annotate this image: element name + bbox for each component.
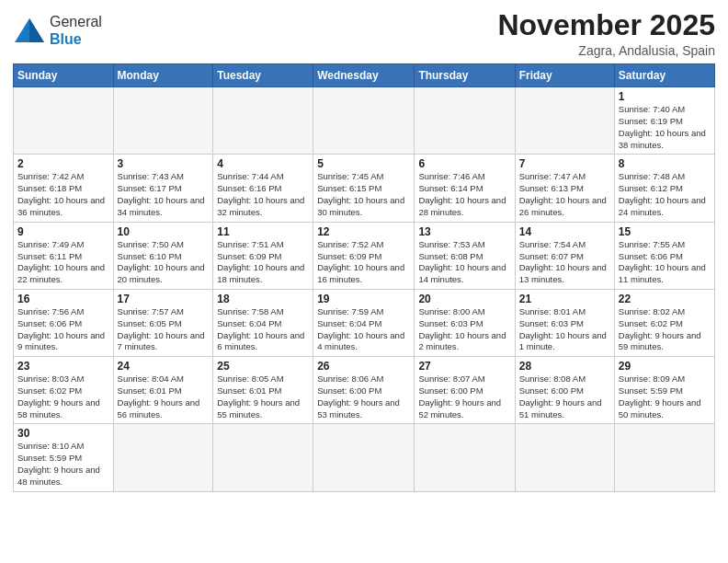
calendar-cell	[515, 424, 614, 491]
header-tuesday: Tuesday	[213, 64, 313, 87]
calendar-cell	[213, 87, 313, 155]
title-block: November 2025 Zagra, Andalusia, Spain	[497, 9, 715, 58]
day-info: Sunrise: 7:43 AM Sunset: 6:17 PM Dayligh…	[118, 171, 210, 218]
calendar-cell: 4Sunrise: 7:44 AM Sunset: 6:16 PM Daylig…	[213, 155, 313, 222]
calendar-cell: 15Sunrise: 7:55 AM Sunset: 6:06 PM Dayli…	[614, 222, 714, 289]
header-monday: Monday	[113, 64, 213, 87]
calendar-cell	[313, 87, 415, 155]
calendar-cell: 28Sunrise: 8:08 AM Sunset: 6:00 PM Dayli…	[515, 357, 614, 424]
day-number: 12	[317, 225, 410, 238]
calendar-cell: 12Sunrise: 7:52 AM Sunset: 6:09 PM Dayli…	[313, 222, 415, 289]
day-info: Sunrise: 8:10 AM Sunset: 5:59 PM Dayligh…	[17, 441, 109, 488]
day-number: 30	[17, 427, 109, 440]
day-info: Sunrise: 7:52 AM Sunset: 6:09 PM Dayligh…	[317, 239, 410, 286]
day-number: 27	[418, 360, 510, 373]
calendar-cell: 8Sunrise: 7:48 AM Sunset: 6:12 PM Daylig…	[614, 155, 714, 222]
day-info: Sunrise: 7:57 AM Sunset: 6:05 PM Dayligh…	[118, 306, 210, 353]
day-info: Sunrise: 8:02 AM Sunset: 6:02 PM Dayligh…	[619, 306, 711, 353]
calendar-cell: 24Sunrise: 8:04 AM Sunset: 6:01 PM Dayli…	[113, 357, 213, 424]
calendar-cell: 20Sunrise: 8:00 AM Sunset: 6:03 PM Dayli…	[415, 289, 515, 356]
day-info: Sunrise: 7:54 AM Sunset: 6:07 PM Dayligh…	[519, 239, 610, 286]
day-info: Sunrise: 8:03 AM Sunset: 6:02 PM Dayligh…	[17, 373, 109, 420]
day-info: Sunrise: 7:51 AM Sunset: 6:09 PM Dayligh…	[217, 239, 309, 286]
calendar-cell: 2Sunrise: 7:42 AM Sunset: 6:18 PM Daylig…	[14, 155, 114, 222]
calendar-cell: 22Sunrise: 8:02 AM Sunset: 6:02 PM Dayli…	[614, 289, 714, 356]
day-number: 16	[17, 293, 109, 305]
day-number: 13	[418, 225, 510, 238]
calendar-cell: 13Sunrise: 7:53 AM Sunset: 6:08 PM Dayli…	[415, 222, 515, 289]
day-number: 6	[418, 157, 510, 170]
page: General Blue November 2025 Zagra, Andalu…	[0, 0, 728, 563]
day-info: Sunrise: 7:58 AM Sunset: 6:04 PM Dayligh…	[217, 306, 309, 353]
day-number: 24	[118, 360, 210, 373]
day-number: 14	[519, 225, 610, 238]
day-number: 17	[118, 293, 210, 305]
day-number: 9	[17, 225, 109, 238]
day-number: 10	[118, 225, 210, 238]
day-info: Sunrise: 8:05 AM Sunset: 6:01 PM Dayligh…	[217, 373, 309, 420]
header-friday: Friday	[515, 64, 614, 87]
day-number: 11	[217, 225, 309, 238]
day-number: 18	[217, 293, 309, 305]
calendar-cell	[14, 87, 114, 155]
calendar-cell: 11Sunrise: 7:51 AM Sunset: 6:09 PM Dayli…	[213, 222, 313, 289]
calendar-cell	[213, 424, 313, 491]
day-info: Sunrise: 7:44 AM Sunset: 6:16 PM Dayligh…	[217, 171, 309, 218]
day-info: Sunrise: 7:45 AM Sunset: 6:15 PM Dayligh…	[317, 171, 410, 218]
day-number: 29	[619, 360, 711, 373]
svg-marker-1	[29, 18, 44, 42]
calendar-cell	[515, 87, 614, 155]
day-number: 25	[217, 360, 309, 373]
day-number: 4	[217, 157, 309, 170]
day-number: 22	[619, 293, 711, 305]
calendar-cell: 1Sunrise: 7:40 AM Sunset: 6:19 PM Daylig…	[614, 87, 714, 155]
day-info: Sunrise: 7:53 AM Sunset: 6:08 PM Dayligh…	[418, 239, 510, 286]
day-info: Sunrise: 8:09 AM Sunset: 5:59 PM Dayligh…	[619, 373, 711, 420]
month-title: November 2025	[497, 9, 715, 41]
day-info: Sunrise: 7:49 AM Sunset: 6:11 PM Dayligh…	[17, 239, 109, 286]
calendar-cell: 18Sunrise: 7:58 AM Sunset: 6:04 PM Dayli…	[213, 289, 313, 356]
day-info: Sunrise: 8:06 AM Sunset: 6:00 PM Dayligh…	[317, 373, 410, 420]
day-info: Sunrise: 8:07 AM Sunset: 6:00 PM Dayligh…	[418, 373, 510, 420]
calendar-cell: 7Sunrise: 7:47 AM Sunset: 6:13 PM Daylig…	[515, 155, 614, 222]
day-number: 7	[519, 157, 610, 170]
header: General Blue November 2025 Zagra, Andalu…	[13, 9, 715, 58]
calendar-cell: 21Sunrise: 8:01 AM Sunset: 6:03 PM Dayli…	[515, 289, 614, 356]
day-info: Sunrise: 7:50 AM Sunset: 6:10 PM Dayligh…	[118, 239, 210, 286]
calendar-cell	[614, 424, 714, 491]
header-wednesday: Wednesday	[313, 64, 415, 87]
calendar-cell: 9Sunrise: 7:49 AM Sunset: 6:11 PM Daylig…	[14, 222, 114, 289]
day-number: 21	[519, 293, 610, 305]
day-info: Sunrise: 8:01 AM Sunset: 6:03 PM Dayligh…	[519, 306, 610, 353]
calendar-cell	[113, 87, 213, 155]
calendar-cell: 10Sunrise: 7:50 AM Sunset: 6:10 PM Dayli…	[113, 222, 213, 289]
day-number: 2	[17, 157, 109, 170]
calendar-cell	[415, 424, 515, 491]
calendar-cell: 5Sunrise: 7:45 AM Sunset: 6:15 PM Daylig…	[313, 155, 415, 222]
day-info: Sunrise: 8:04 AM Sunset: 6:01 PM Dayligh…	[118, 373, 210, 420]
calendar-cell: 29Sunrise: 8:09 AM Sunset: 5:59 PM Dayli…	[614, 357, 714, 424]
header-thursday: Thursday	[415, 64, 515, 87]
logo: General Blue	[13, 13, 102, 48]
header-saturday: Saturday	[614, 64, 714, 87]
day-number: 26	[317, 360, 410, 373]
day-info: Sunrise: 7:46 AM Sunset: 6:14 PM Dayligh…	[418, 171, 510, 218]
day-number: 1	[619, 90, 711, 103]
logo-icon	[13, 17, 46, 44]
day-info: Sunrise: 7:47 AM Sunset: 6:13 PM Dayligh…	[519, 171, 610, 218]
day-number: 20	[418, 293, 510, 305]
calendar-cell: 6Sunrise: 7:46 AM Sunset: 6:14 PM Daylig…	[415, 155, 515, 222]
day-info: Sunrise: 8:08 AM Sunset: 6:00 PM Dayligh…	[519, 373, 610, 420]
calendar-cell: 30Sunrise: 8:10 AM Sunset: 5:59 PM Dayli…	[14, 424, 114, 491]
calendar-cell: 19Sunrise: 7:59 AM Sunset: 6:04 PM Dayli…	[313, 289, 415, 356]
location: Zagra, Andalusia, Spain	[497, 43, 715, 58]
day-number: 5	[317, 157, 410, 170]
day-info: Sunrise: 8:00 AM Sunset: 6:03 PM Dayligh…	[418, 306, 510, 353]
calendar-cell	[113, 424, 213, 491]
day-info: Sunrise: 7:40 AM Sunset: 6:19 PM Dayligh…	[619, 104, 711, 151]
day-number: 8	[619, 157, 711, 170]
day-info: Sunrise: 7:59 AM Sunset: 6:04 PM Dayligh…	[317, 306, 410, 353]
day-number: 3	[118, 157, 210, 170]
calendar-cell: 26Sunrise: 8:06 AM Sunset: 6:00 PM Dayli…	[313, 357, 415, 424]
day-number: 23	[17, 360, 109, 373]
